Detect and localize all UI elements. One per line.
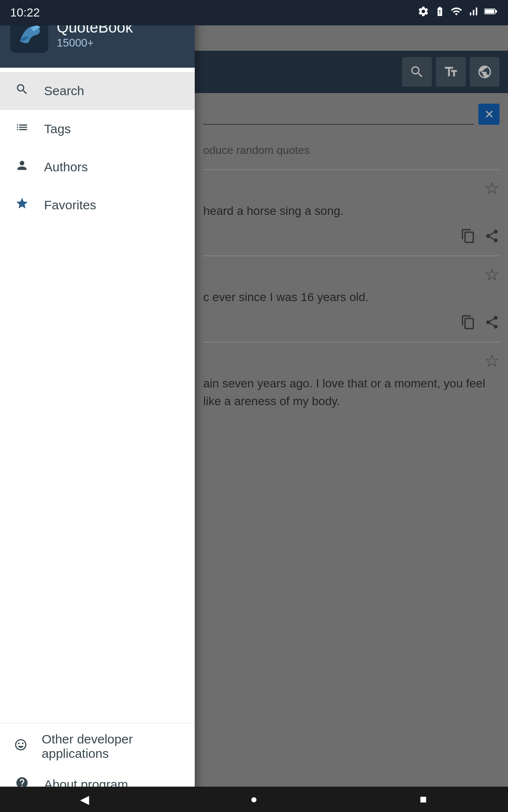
sidebar-item-tags[interactable]: Tags: [0, 110, 195, 148]
sidebar-item-favorites[interactable]: Favorites: [0, 186, 195, 224]
status-icons: [417, 5, 498, 20]
status-time: 10:22: [10, 6, 40, 19]
smiley-icon: [14, 738, 28, 755]
app-count: 15000+: [57, 36, 133, 49]
nav-drawer: QuoteBook 15000+ Search Tags: [0, 0, 195, 812]
nav-recent-button[interactable]: ■: [406, 789, 440, 810]
battery-icon: [484, 7, 498, 19]
star-icon: [14, 197, 30, 214]
search-icon: [14, 82, 30, 99]
sidebar-item-search[interactable]: Search: [0, 72, 195, 110]
sidebar-item-search-label: Search: [44, 84, 84, 98]
svg-rect-2: [485, 10, 494, 14]
other-apps-label: Other developer applications: [42, 732, 181, 761]
status-bar: 10:22: [0, 0, 508, 25]
other-apps-button[interactable]: Other developer applications: [0, 727, 195, 765]
settings-icon: [417, 5, 429, 20]
person-icon: [14, 159, 30, 176]
nav-home-button[interactable]: ●: [237, 789, 271, 810]
svg-rect-1: [495, 10, 497, 13]
sidebar-item-authors[interactable]: Authors: [0, 148, 195, 186]
battery-saver-icon: [434, 6, 445, 19]
sidebar-item-authors-label: Authors: [44, 160, 88, 174]
nav-bar: ◀ ● ■: [0, 787, 508, 812]
sidebar-item-tags-label: Tags: [44, 122, 71, 136]
signal-icon: [467, 5, 479, 20]
tags-icon: [14, 121, 30, 137]
nav-back-button[interactable]: ◀: [68, 789, 102, 810]
sidebar-item-favorites-label: Favorites: [44, 198, 96, 212]
drawer-overlay[interactable]: [195, 0, 508, 812]
wifi-icon: [450, 5, 462, 20]
drawer-menu: Search Tags Authors: [0, 68, 195, 723]
